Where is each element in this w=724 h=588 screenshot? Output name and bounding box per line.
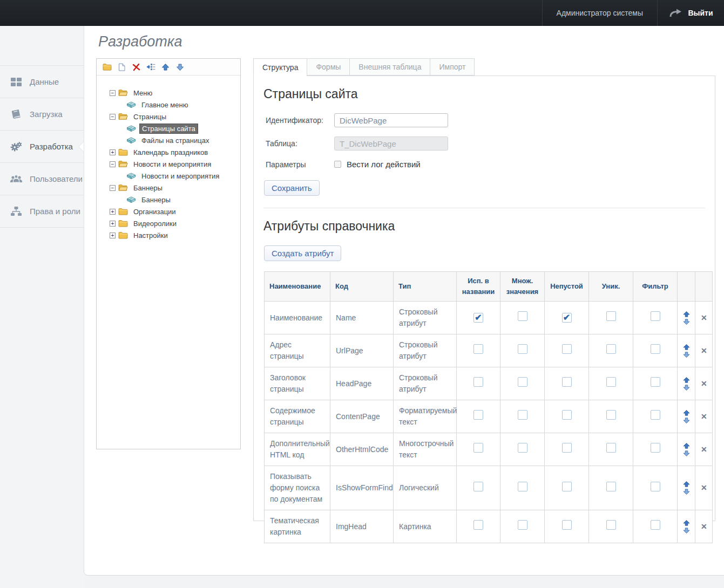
- checkbox-unique[interactable]: [606, 520, 616, 530]
- checkbox-use-in-name[interactable]: [473, 344, 483, 354]
- checkbox-not-empty[interactable]: [562, 443, 572, 453]
- checkbox-multiple-values[interactable]: [518, 311, 527, 321]
- tab-structure[interactable]: Структура: [253, 58, 307, 76]
- tree-item[interactable]: Новости и мероприятия: [98, 170, 238, 182]
- checkbox-use-in-name[interactable]: [473, 410, 483, 420]
- checkbox-multiple-values[interactable]: [518, 482, 527, 491]
- sidebar-item-upload[interactable]: Загрузка: [0, 98, 84, 131]
- tree-expander-plus-icon[interactable]: +: [110, 149, 116, 155]
- sidebar-item-development[interactable]: Разработка: [0, 131, 84, 163]
- checkbox-not-empty[interactable]: [562, 520, 572, 530]
- tree-expander-minus-icon[interactable]: −: [110, 90, 116, 96]
- checkbox-use-in-name[interactable]: [473, 482, 483, 491]
- delete-row-button[interactable]: ✕: [695, 334, 713, 367]
- checkbox-not-empty[interactable]: [562, 377, 572, 387]
- checkbox-filter[interactable]: [651, 311, 660, 321]
- checkbox-unique[interactable]: [606, 410, 616, 420]
- tree-expander-plus-icon[interactable]: +: [110, 209, 116, 215]
- tree-item[interactable]: +Видеоролики: [98, 217, 238, 229]
- move-down-button[interactable]: [683, 489, 690, 495]
- folder-icon[interactable]: [102, 62, 112, 72]
- move-up-button[interactable]: [683, 377, 690, 383]
- move-up-button[interactable]: [683, 344, 690, 350]
- checkbox-unique[interactable]: [606, 377, 616, 387]
- table-label: Таблица:: [266, 139, 334, 148]
- move-down-button[interactable]: [683, 450, 690, 456]
- log-actions-checkbox[interactable]: [334, 161, 341, 168]
- logout-button[interactable]: Выйти: [658, 0, 724, 26]
- checkbox-not-empty[interactable]: [562, 410, 572, 420]
- checkbox-unique[interactable]: [606, 344, 616, 354]
- move-up-button[interactable]: [683, 520, 690, 526]
- move-down-button[interactable]: [683, 418, 690, 423]
- tree-item[interactable]: +Настройки: [98, 229, 238, 241]
- checkbox-not-empty[interactable]: [562, 344, 572, 354]
- checkbox-multiple-values[interactable]: [518, 443, 527, 453]
- checkbox-multiple-values[interactable]: [518, 377, 527, 387]
- move-down-button[interactable]: [683, 385, 690, 391]
- checkbox-not-empty[interactable]: ✔: [562, 313, 572, 323]
- tree-item[interactable]: Главное меню: [98, 99, 238, 111]
- tree-item[interactable]: Страницы сайта: [98, 122, 238, 134]
- save-button[interactable]: Сохранить: [264, 180, 320, 196]
- tree-expander-plus-icon[interactable]: +: [110, 233, 116, 238]
- create-attribute-button[interactable]: Создать атрибут: [264, 245, 341, 261]
- sidebar-item-rights[interactable]: Права и роли: [0, 195, 84, 228]
- current-user[interactable]: Администратор системы: [542, 0, 658, 26]
- move-down-button[interactable]: [683, 352, 690, 358]
- tree-item[interactable]: −Новости и мероприятия: [98, 158, 238, 170]
- checkbox-use-in-name[interactable]: ✔: [473, 313, 483, 323]
- move-up-button[interactable]: [683, 410, 690, 416]
- delete-row-button[interactable]: ✕: [695, 367, 713, 400]
- checkbox-filter[interactable]: [651, 443, 660, 453]
- checkbox-filter[interactable]: [651, 377, 660, 387]
- tree-expander-minus-icon[interactable]: −: [110, 114, 116, 120]
- tab-forms[interactable]: Формы: [307, 58, 349, 76]
- checkbox-filter[interactable]: [651, 410, 660, 420]
- checkbox-unique[interactable]: [606, 311, 616, 321]
- tree-expander-minus-icon[interactable]: −: [110, 185, 116, 191]
- checkbox-multiple-values[interactable]: [518, 344, 527, 354]
- sidebar-item-data[interactable]: Данные: [0, 66, 84, 98]
- tree-item[interactable]: +Организации: [98, 206, 238, 217]
- delete-row-button[interactable]: ✕: [695, 466, 713, 510]
- tree-item[interactable]: −Меню: [98, 87, 238, 99]
- tab-import[interactable]: Импорт: [430, 58, 475, 76]
- delete-row-button[interactable]: ✕: [695, 400, 713, 433]
- tree-item[interactable]: Баннеры: [98, 194, 238, 206]
- tab-external-table[interactable]: Внешняя таблица: [349, 58, 430, 76]
- checkbox-filter[interactable]: [651, 520, 660, 530]
- checkbox-use-in-name[interactable]: [473, 443, 483, 453]
- checkbox-not-empty[interactable]: [562, 482, 572, 491]
- move-up-button[interactable]: [683, 311, 690, 317]
- delete-icon[interactable]: [131, 62, 141, 72]
- tree-expander-minus-icon[interactable]: −: [110, 161, 116, 167]
- sidebar-item-users[interactable]: Пользователи: [0, 163, 84, 195]
- delete-row-button[interactable]: ✕: [695, 433, 713, 466]
- move-up-button[interactable]: [683, 443, 690, 449]
- tree-item[interactable]: −Баннеры: [98, 182, 238, 194]
- move-down-button[interactable]: [683, 319, 690, 325]
- checkbox-unique[interactable]: [606, 482, 616, 491]
- checkbox-use-in-name[interactable]: [473, 520, 483, 530]
- move-down-button[interactable]: [683, 528, 690, 534]
- new-document-icon[interactable]: [117, 62, 126, 72]
- arrow-up-icon[interactable]: [160, 62, 170, 72]
- move-up-button[interactable]: [683, 481, 690, 487]
- delete-row-button[interactable]: ✕: [695, 302, 713, 334]
- arrow-down-icon[interactable]: [175, 62, 185, 72]
- checkbox-multiple-values[interactable]: [518, 520, 527, 530]
- checkbox-multiple-values[interactable]: [518, 410, 527, 420]
- checkbox-filter[interactable]: [651, 344, 660, 354]
- identifier-input[interactable]: [334, 113, 448, 127]
- checkbox-use-in-name[interactable]: [473, 377, 483, 387]
- attribute-type-cell: Строковый атрибут: [394, 302, 457, 334]
- tree-item[interactable]: Файлы на страницах: [98, 134, 238, 146]
- checkbox-unique[interactable]: [606, 443, 616, 453]
- delete-row-button[interactable]: ✕: [695, 510, 713, 543]
- tree-item[interactable]: +Календарь праздников: [98, 146, 238, 158]
- tree-expander-plus-icon[interactable]: +: [110, 221, 116, 227]
- move-into-icon[interactable]: [146, 62, 155, 72]
- checkbox-filter[interactable]: [651, 482, 660, 491]
- tree-item[interactable]: −Страницы: [98, 111, 238, 122]
